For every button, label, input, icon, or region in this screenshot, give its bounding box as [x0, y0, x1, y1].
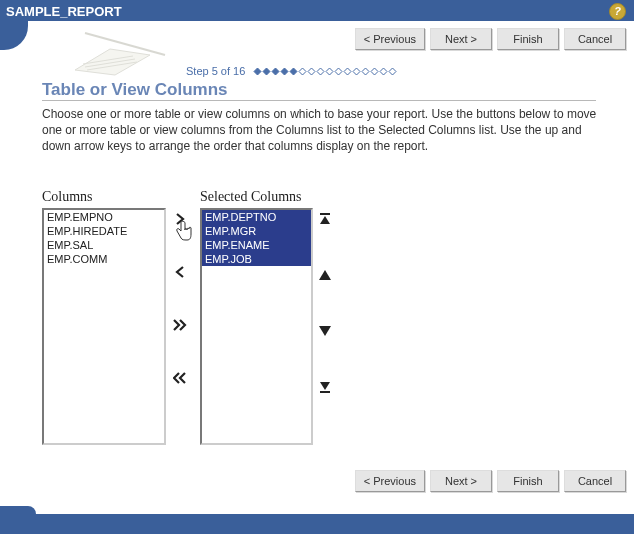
step-dot-icon — [316, 67, 325, 76]
move-bottom-button[interactable] — [314, 375, 336, 399]
columns-area: Columns EMP.EMPNOEMP.HIREDATEEMP.SALEMP.… — [42, 189, 337, 445]
move-all-right-button[interactable] — [169, 313, 191, 337]
svg-marker-15 — [344, 68, 351, 75]
next-button[interactable]: Next > — [430, 28, 492, 50]
step-dot-icon — [307, 67, 316, 76]
list-item[interactable]: EMP.ENAME — [202, 238, 311, 252]
svg-marker-16 — [353, 68, 360, 75]
top-button-bar: < Previous Next > Finish Cancel — [355, 28, 626, 50]
svg-marker-8 — [281, 68, 288, 75]
step-dot-icon — [388, 67, 397, 76]
step-dot-icon — [370, 67, 379, 76]
svg-marker-24 — [319, 326, 331, 336]
step-dot-icon — [280, 67, 289, 76]
step-dots — [253, 67, 397, 76]
order-buttons — [313, 189, 337, 445]
help-icon[interactable]: ? — [609, 3, 626, 20]
selected-label: Selected Columns — [200, 189, 313, 205]
step-dot-icon — [298, 67, 307, 76]
arrow-down-icon — [318, 325, 332, 337]
previous-button-bottom[interactable]: < Previous — [355, 470, 425, 492]
double-chevron-left-icon — [173, 372, 187, 384]
shuttle-buttons — [168, 189, 192, 445]
step-label: Step 5 of 16 — [186, 65, 245, 77]
step-indicator: Step 5 of 16 — [186, 65, 397, 77]
move-down-button[interactable] — [314, 319, 336, 343]
list-item[interactable]: EMP.DEPTNO — [202, 210, 311, 224]
step-dot-icon — [271, 67, 280, 76]
step-dot-icon — [253, 67, 262, 76]
svg-marker-10 — [299, 68, 306, 75]
move-up-button[interactable] — [314, 263, 336, 287]
finish-button-bottom[interactable]: Finish — [497, 470, 559, 492]
list-item[interactable]: EMP.COMM — [44, 252, 164, 266]
step-dot-icon — [361, 67, 370, 76]
list-item[interactable]: EMP.HIREDATE — [44, 224, 164, 238]
move-top-button[interactable] — [314, 207, 336, 231]
footer-band — [0, 514, 634, 534]
next-button-bottom[interactable]: Next > — [430, 470, 492, 492]
step-dot-icon — [325, 67, 334, 76]
svg-marker-12 — [317, 68, 324, 75]
svg-marker-11 — [308, 68, 315, 75]
arrow-up-icon — [318, 269, 332, 281]
svg-marker-22 — [320, 216, 330, 224]
step-dot-icon — [352, 67, 361, 76]
step-dot-icon — [289, 67, 298, 76]
previous-button[interactable]: < Previous — [355, 28, 425, 50]
list-item[interactable]: EMP.SAL — [44, 238, 164, 252]
selected-columns-list[interactable]: EMP.DEPTNOEMP.MGREMP.ENAMEEMP.JOB — [200, 208, 313, 445]
step-dot-icon — [334, 67, 343, 76]
svg-marker-9 — [290, 68, 297, 75]
instructions-text: Choose one or more table or view columns… — [42, 106, 598, 155]
chevron-left-icon — [175, 266, 185, 278]
step-dot-icon — [262, 67, 271, 76]
arrow-bottom-icon — [318, 380, 332, 394]
svg-marker-23 — [319, 270, 331, 280]
step-dot-icon — [379, 67, 388, 76]
cancel-button[interactable]: Cancel — [564, 28, 626, 50]
available-columns-list[interactable]: EMP.EMPNOEMP.HIREDATEEMP.SALEMP.COMM — [42, 208, 166, 445]
move-left-button[interactable] — [169, 260, 191, 284]
list-item[interactable]: EMP.MGR — [202, 224, 311, 238]
svg-marker-18 — [371, 68, 378, 75]
title-underline — [42, 100, 596, 101]
bottom-button-bar: < Previous Next > Finish Cancel — [355, 470, 626, 492]
svg-marker-0 — [75, 49, 150, 75]
available-label: Columns — [42, 189, 166, 205]
step-dot-icon — [343, 67, 352, 76]
chevron-right-icon — [175, 213, 185, 225]
move-all-left-button[interactable] — [169, 366, 191, 390]
svg-marker-5 — [254, 68, 261, 75]
page-title: Table or View Columns — [42, 80, 227, 100]
svg-marker-19 — [380, 68, 387, 75]
svg-marker-7 — [272, 68, 279, 75]
svg-marker-14 — [335, 68, 342, 75]
cancel-button-bottom[interactable]: Cancel — [564, 470, 626, 492]
svg-marker-20 — [389, 68, 396, 75]
report-graphic-icon — [55, 25, 175, 80]
titlebar: SAMPLE_REPORT ? — [0, 0, 634, 21]
move-right-button[interactable] — [169, 207, 191, 231]
window-title: SAMPLE_REPORT — [6, 4, 122, 19]
list-item[interactable]: EMP.JOB — [202, 252, 311, 266]
list-item[interactable]: EMP.EMPNO — [44, 210, 164, 224]
svg-marker-25 — [320, 382, 330, 390]
finish-button[interactable]: Finish — [497, 28, 559, 50]
svg-marker-17 — [362, 68, 369, 75]
svg-marker-13 — [326, 68, 333, 75]
arrow-top-icon — [318, 212, 332, 226]
svg-marker-6 — [263, 68, 270, 75]
double-chevron-right-icon — [173, 319, 187, 331]
